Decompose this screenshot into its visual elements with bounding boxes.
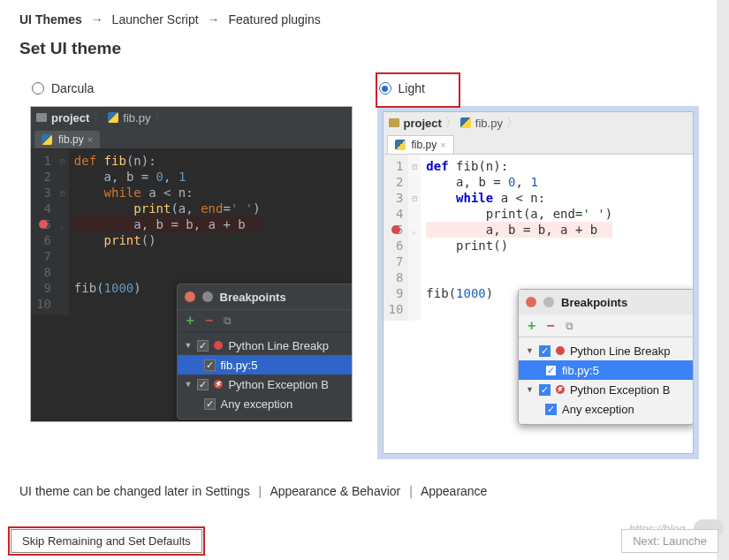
fold-column: ⊟ ⊟ ⌞ (57, 149, 69, 315)
chevron-down-icon[interactable]: ▼ (526, 385, 534, 394)
chevron-right-icon: 〉 (154, 110, 165, 125)
line-number: 4 (389, 206, 404, 222)
chevron-right-icon: 〉 (506, 115, 518, 131)
line-breakpoint-icon (214, 341, 223, 350)
python-file-icon (460, 117, 471, 128)
breakpoints-popup[interactable]: Breakpoints + − ⧉ ▼ ✓ Python Line Breakp (177, 284, 353, 420)
breakpoint-label: fib.py:5 (562, 364, 599, 377)
line-number: 9 (389, 285, 404, 301)
footnote: UI theme can be changed later in Setting… (0, 468, 729, 507)
chevron-down-icon[interactable]: ▼ (185, 341, 193, 350)
next-step-button[interactable]: Next: Launche (621, 529, 718, 553)
python-file-icon (42, 134, 52, 145)
chevron-right-icon: 〉 (445, 115, 457, 131)
theme-preview-darcula: project 〉 fib.py 〉 fib.py × 1 2 3 4 (30, 106, 353, 422)
breakpoint-icon[interactable] (39, 220, 48, 229)
checkbox-icon[interactable]: ✓ (539, 345, 551, 357)
checkbox-icon[interactable]: ✓ (545, 404, 557, 415)
line-number: 7 (389, 254, 404, 269)
breakpoint-group[interactable]: ▼ ✓ Python Line Breakp (178, 336, 353, 355)
close-icon[interactable]: × (440, 140, 445, 150)
fold-end-icon: ⌞ (408, 222, 421, 238)
skip-defaults-button[interactable]: Skip Remaining and Set Defaults (11, 529, 202, 553)
breakpoint-item[interactable]: ✓ fib.py:5 (178, 355, 353, 375)
editor-tab-active[interactable]: fib.py × (34, 131, 100, 148)
line-breakpoint-icon (556, 346, 565, 355)
radio-label: Light (399, 81, 425, 95)
radio-light[interactable] (379, 82, 391, 95)
popup-titlebar[interactable]: Breakpoints (178, 284, 353, 309)
line-number: 3 (36, 185, 51, 201)
editor-tab-active[interactable]: fib.py × (387, 135, 454, 154)
checkbox-icon[interactable]: ✓ (539, 384, 551, 396)
editor-breadcrumb: project 〉 fib.py 〉 (383, 112, 694, 133)
breakpoint-group[interactable]: ▼ ✓ Python Exception B (178, 375, 353, 394)
remove-breakpoint-button[interactable]: − (205, 313, 213, 329)
checkbox-icon[interactable]: ✓ (545, 365, 557, 376)
project-label: project (404, 117, 442, 130)
fold-toggle-icon[interactable]: ⊟ (408, 158, 421, 174)
line-number: 9 (36, 280, 51, 296)
breakpoints-tree: ▼ ✓ Python Line Breakp ✓ fib.py:5 ▼ ✓ Py… (519, 337, 694, 424)
file-label: fib.py (123, 111, 150, 125)
checkbox-icon[interactable]: ✓ (197, 340, 209, 352)
popup-toolbar: + − ⧉ (178, 309, 353, 332)
group-by-icon[interactable]: ⧉ (224, 314, 232, 327)
breakpoint-item[interactable]: ✓ Any exception (178, 394, 353, 413)
breakpoint-item[interactable]: ✓ fib.py:5 (519, 360, 694, 380)
exception-breakpoint-icon (556, 385, 565, 394)
breakpoint-item[interactable]: ✓ Any exception (519, 399, 694, 419)
line-number: 8 (36, 264, 51, 280)
line-number: 4 (36, 201, 51, 216)
breakpoints-tree: ▼ ✓ Python Line Breakp ✓ fib.py:5 ▼ ✓ Py… (178, 332, 353, 419)
close-icon[interactable] (185, 291, 195, 302)
fold-toggle-icon[interactable]: ⊟ (408, 190, 421, 206)
breakpoint-group[interactable]: ▼ ✓ Python Line Breakp (519, 341, 694, 360)
theme-option-light[interactable]: Light project 〉 fib.py 〉 fib.py × (377, 71, 700, 459)
note-text: UI theme can be changed later in Setting… (19, 484, 250, 498)
file-label: fib.py (475, 117, 503, 130)
theme-preview-light: project 〉 fib.py 〉 fib.py × 1 2 3 4 (383, 111, 695, 454)
minimize-icon[interactable] (202, 291, 213, 302)
chevron-down-icon[interactable]: ▼ (526, 346, 534, 355)
line-number: 5 (36, 216, 51, 232)
add-breakpoint-button[interactable]: + (528, 318, 535, 334)
minimize-icon[interactable] (543, 297, 554, 307)
breakpoint-icon[interactable] (391, 225, 400, 234)
close-icon[interactable]: × (87, 134, 93, 145)
fold-end-icon: ⌞ (57, 216, 69, 232)
breakpoints-popup[interactable]: Breakpoints + − ⧉ ▼ ✓ Python Line Breakp (518, 289, 694, 425)
page-title: Set UI theme (0, 32, 729, 71)
checkbox-icon[interactable]: ✓ (204, 359, 216, 371)
breakpoint-group[interactable]: ▼ ✓ Python Exception B (519, 380, 694, 399)
note-path: Appearance (421, 484, 488, 498)
line-number: 8 (389, 269, 404, 285)
folder-icon (36, 113, 47, 122)
line-number: 7 (36, 248, 51, 264)
radio-darcula[interactable] (32, 82, 44, 95)
group-by-icon[interactable]: ⧉ (566, 320, 573, 332)
chevron-down-icon[interactable]: ▼ (185, 380, 193, 389)
checkbox-icon[interactable]: ✓ (197, 379, 209, 390)
popup-toolbar: + − ⧉ (519, 314, 694, 337)
checkbox-icon[interactable]: ✓ (204, 398, 216, 410)
add-breakpoint-button[interactable]: + (186, 313, 194, 329)
line-number: 10 (36, 296, 51, 312)
line-number: 2 (389, 174, 404, 190)
fold-toggle-icon[interactable]: ⊟ (57, 185, 69, 201)
fold-toggle-icon[interactable]: ⊟ (57, 153, 69, 169)
group-label: Python Line Breakp (228, 339, 328, 352)
remove-breakpoint-button[interactable]: − (546, 318, 554, 334)
project-label: project (51, 111, 89, 125)
group-label: Python Exception B (228, 378, 328, 391)
chevron-right-icon: → (91, 12, 103, 26)
python-file-icon (395, 140, 406, 150)
breakpoint-label: Any exception (221, 397, 293, 411)
close-icon[interactable] (526, 297, 536, 307)
wizard-breadcrumb: UI Themes → Launcher Script → Featured p… (0, 0, 729, 32)
line-number: 10 (389, 301, 404, 317)
chevron-right-icon: 〉 (93, 110, 104, 125)
theme-option-darcula[interactable]: Darcula project 〉 fib.py 〉 fib.py × 1 (30, 71, 353, 459)
line-number: 1 (389, 158, 404, 174)
popup-titlebar[interactable]: Breakpoints (519, 290, 694, 314)
